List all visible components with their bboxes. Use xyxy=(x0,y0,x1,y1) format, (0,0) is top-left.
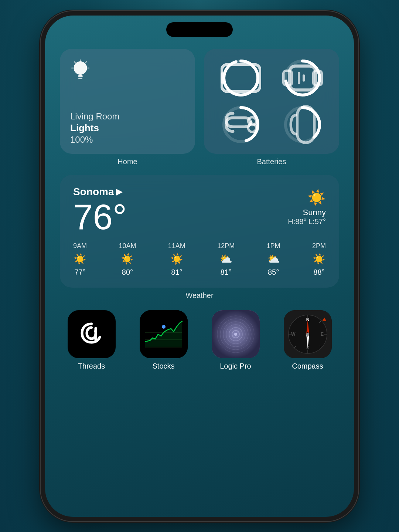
stocks-app-icon[interactable] xyxy=(140,310,188,358)
hourly-icon-12pm: ⛅ xyxy=(219,253,232,265)
weather-top: Sonoma ▶ 76° ☀️ Sunny H:88° L:57° xyxy=(73,186,326,235)
app-item-compass[interactable]: N S E W xyxy=(279,310,336,370)
stocks-app-label: Stocks xyxy=(152,362,174,370)
hourly-temp-1pm: 85° xyxy=(268,268,279,277)
svg-rect-2 xyxy=(78,78,82,79)
svg-rect-5 xyxy=(222,64,260,91)
hourly-icon-9am: ☀️ xyxy=(74,253,86,265)
hourly-item-10am: 10AM ☀️ 80° xyxy=(119,242,136,277)
svg-rect-9 xyxy=(289,66,316,90)
weather-left: Sonoma ▶ 76° xyxy=(73,186,127,235)
hourly-item-11am: 11AM ☀️ 81° xyxy=(168,242,185,277)
home-widget[interactable]: Living Room Lights 100% xyxy=(60,49,195,154)
svg-point-17 xyxy=(248,124,256,132)
logic-pro-app-icon[interactable] xyxy=(212,310,260,358)
hourly-temp-2pm: 88° xyxy=(313,268,324,277)
svg-point-0 xyxy=(74,61,87,75)
app-item-stocks[interactable]: Stocks xyxy=(135,310,192,370)
weather-hourly: 9AM ☀️ 77° 10AM ☀️ 80° 11AM ☀️ 81° xyxy=(73,242,326,277)
weather-low: 57° xyxy=(315,217,326,226)
weather-location-text: Sonoma xyxy=(73,186,114,198)
compass-app-icon[interactable]: N S E W xyxy=(284,310,332,358)
weather-widget-label: Weather xyxy=(60,291,339,300)
svg-point-53 xyxy=(306,333,309,336)
batteries-widget-container: Batteries xyxy=(204,49,339,166)
svg-rect-6 xyxy=(221,72,224,84)
phone-frame: Living Room Lights 100% Home xyxy=(41,11,358,521)
hourly-time-9am: 9AM xyxy=(73,242,87,250)
hourly-item-1pm: 1PM ⛅ 85° xyxy=(267,242,280,277)
phone-screen: Living Room Lights 100% Home xyxy=(45,16,354,517)
weather-temperature: 76° xyxy=(73,199,127,235)
weather-high-label: H: xyxy=(288,217,295,226)
svg-rect-12 xyxy=(298,72,300,84)
weather-right: ☀️ Sunny H:88° L:57° xyxy=(288,186,326,226)
svg-rect-20 xyxy=(297,106,314,142)
sun-icon: ☀️ xyxy=(288,189,326,206)
batteries-widget-label: Batteries xyxy=(204,157,339,166)
battery-item-airpods xyxy=(213,104,269,145)
airpods-icon xyxy=(221,104,261,145)
hourly-item-9am: 9AM ☀️ 77° xyxy=(73,242,87,277)
home-percent: 100% xyxy=(70,135,185,145)
battery-circle-watch xyxy=(282,58,323,98)
app-item-logic-pro[interactable]: Logic Pro xyxy=(207,310,264,370)
svg-text:W: W xyxy=(291,332,296,337)
hourly-item-12pm: 12PM ⛅ 81° xyxy=(217,242,235,277)
case-icon xyxy=(282,104,323,145)
home-widget-container: Living Room Lights 100% Home xyxy=(60,49,195,166)
hourly-icon-1pm: ⛅ xyxy=(267,253,280,265)
battery-circle-airpods xyxy=(221,104,261,145)
hourly-time-12pm: 12PM xyxy=(217,242,235,250)
dynamic-island xyxy=(166,22,233,37)
svg-rect-1 xyxy=(78,75,83,77)
logic-pro-app-label: Logic Pro xyxy=(220,362,251,370)
battery-item-case xyxy=(274,104,330,145)
home-widget-text: Living Room Lights 100% xyxy=(70,111,185,145)
hourly-icon-2pm: ☀️ xyxy=(313,253,325,265)
app-item-threads[interactable]: Threads xyxy=(63,310,120,370)
svg-text:E: E xyxy=(320,332,323,337)
threads-app-icon[interactable] xyxy=(68,310,116,358)
battery-item-watch xyxy=(274,58,330,98)
svg-rect-11 xyxy=(313,71,322,85)
weather-low-label: L: xyxy=(308,217,315,226)
hourly-item-2pm: 2PM ☀️ 88° xyxy=(312,242,326,277)
navigation-arrow: ▶ xyxy=(116,187,122,197)
phone-icon xyxy=(221,58,261,98)
hourly-icon-10am: ☀️ xyxy=(121,253,134,265)
threads-app-label: Threads xyxy=(78,362,105,370)
weather-high: 88° xyxy=(295,217,306,226)
svg-rect-13 xyxy=(303,74,305,81)
batteries-widget[interactable] xyxy=(204,49,339,154)
hourly-time-11am: 11AM xyxy=(168,242,185,250)
hourly-icon-11am: ☀️ xyxy=(170,253,183,265)
hourly-time-1pm: 1PM xyxy=(267,242,280,250)
svg-point-27 xyxy=(162,325,166,329)
weather-widget-container: Sonoma ▶ 76° ☀️ Sunny H:88° L:57° xyxy=(60,166,339,300)
home-widget-label: Home xyxy=(60,157,195,166)
weather-widget[interactable]: Sonoma ▶ 76° ☀️ Sunny H:88° L:57° xyxy=(60,175,339,288)
widgets-row: Living Room Lights 100% Home xyxy=(60,49,339,166)
watch-icon xyxy=(282,58,323,98)
home-device: Lights xyxy=(70,122,185,134)
hourly-temp-9am: 77° xyxy=(74,268,85,277)
lightbulb-icon xyxy=(70,59,185,85)
compass-app-label: Compass xyxy=(292,362,323,370)
svg-point-36 xyxy=(234,333,237,336)
hourly-temp-12pm: 81° xyxy=(221,268,232,277)
hourly-time-10am: 10AM xyxy=(119,242,136,250)
home-room: Living Room xyxy=(70,111,185,122)
hourly-temp-10am: 80° xyxy=(122,268,133,277)
battery-circle-case xyxy=(282,104,323,145)
screen-content: Living Room Lights 100% Home xyxy=(45,16,354,517)
app-dock: Threads xyxy=(60,310,339,370)
battery-item-phone xyxy=(213,58,269,98)
weather-high-low: H:88° L:57° xyxy=(288,217,326,226)
weather-location: Sonoma ▶ xyxy=(73,186,127,198)
hourly-time-2pm: 2PM xyxy=(312,242,326,250)
weather-condition: Sunny xyxy=(288,208,326,217)
hourly-temp-11am: 81° xyxy=(171,268,182,277)
battery-circle-phone xyxy=(221,58,261,98)
